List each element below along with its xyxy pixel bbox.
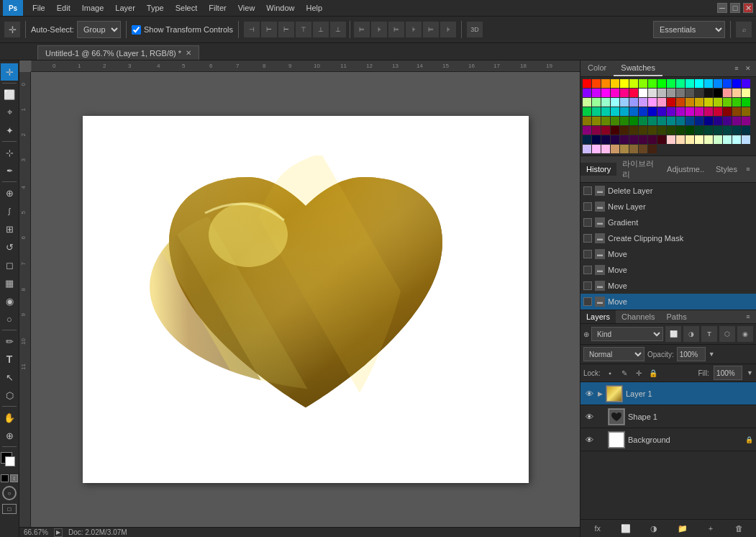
swatch-item[interactable]: [629, 79, 638, 88]
swatch-item[interactable]: [611, 126, 619, 135]
pen-tool[interactable]: ✏: [1, 333, 18, 350]
align-right-btn[interactable]: ⊢: [278, 22, 294, 37]
menu-image[interactable]: Image: [77, 2, 109, 14]
history-options-btn[interactable]: ≡: [743, 164, 753, 174]
swatch-item[interactable]: [686, 117, 694, 125]
swatch-item[interactable]: [648, 98, 657, 107]
swatch-item[interactable]: [695, 135, 703, 144]
swatch-item[interactable]: [648, 117, 657, 125]
crop-tool[interactable]: ⊹: [1, 144, 18, 161]
swatch-item[interactable]: [639, 117, 647, 125]
3d-icon-btn[interactable]: 3D: [467, 22, 483, 37]
swatch-item[interactable]: [704, 107, 713, 116]
menu-select[interactable]: Select: [170, 2, 203, 14]
history-item[interactable]: ▬ Move: [580, 278, 756, 294]
swatch-item[interactable]: [742, 89, 750, 97]
swatch-item[interactable]: [732, 135, 741, 144]
brush-tool[interactable]: ∫: [1, 202, 18, 220]
swatch-item[interactable]: [583, 89, 591, 97]
layer-item[interactable]: 👁 Shape 1: [580, 405, 756, 428]
path-select-tool[interactable]: ↖: [1, 369, 18, 386]
menu-window[interactable]: Window: [261, 2, 299, 14]
search-btn[interactable]: ⌕: [736, 22, 752, 37]
swatch-item[interactable]: [620, 89, 629, 97]
swatch-item[interactable]: [629, 117, 638, 125]
move-tool[interactable]: ✛: [1, 63, 18, 81]
swatch-item[interactable]: [657, 126, 666, 135]
swatch-item[interactable]: [686, 135, 694, 144]
history-item[interactable]: ▬ Create Clipping Mask: [580, 230, 756, 246]
swatch-item[interactable]: [601, 107, 610, 116]
swatch-item[interactable]: [648, 89, 657, 97]
swatch-item[interactable]: [629, 89, 638, 97]
swatch-item[interactable]: [629, 135, 638, 144]
swatch-item[interactable]: [686, 126, 694, 135]
swatch-item[interactable]: [667, 126, 675, 135]
tab-library[interactable]: 라이브러리: [616, 156, 661, 182]
lasso-tool[interactable]: ⌖: [1, 104, 18, 121]
swatch-item[interactable]: [592, 107, 601, 116]
swatch-item[interactable]: [732, 117, 741, 125]
swatch-item[interactable]: [601, 79, 610, 88]
swatch-item[interactable]: [592, 145, 601, 153]
swatch-item[interactable]: [657, 98, 666, 107]
swatch-item[interactable]: [611, 98, 619, 107]
layer-filter-adjust[interactable]: ◑: [683, 326, 699, 342]
swatch-item[interactable]: [583, 79, 591, 88]
workspace-dropdown[interactable]: Essentials: [653, 21, 725, 38]
swatch-item[interactable]: [695, 98, 703, 107]
swatch-item[interactable]: [592, 135, 601, 144]
swatch-item[interactable]: [620, 135, 629, 144]
layer-filter-type[interactable]: T: [701, 326, 717, 342]
swatch-item[interactable]: [732, 98, 741, 107]
tab-layers[interactable]: Layers: [580, 310, 616, 323]
auto-select-dropdown[interactable]: Group: [77, 21, 121, 38]
gradient-tool[interactable]: ▦: [1, 274, 18, 292]
swatch-item[interactable]: [742, 98, 750, 107]
history-item[interactable]: ▬ Delete Layer: [580, 183, 756, 199]
swatch-item[interactable]: [667, 98, 675, 107]
swatch-item[interactable]: [714, 98, 722, 107]
swatch-item[interactable]: [714, 79, 722, 88]
dist-v-btn[interactable]: ⊧: [371, 22, 387, 37]
swatch-item[interactable]: [657, 89, 666, 97]
delete-layer-btn[interactable]: 🗑: [731, 522, 747, 535]
tab-color[interactable]: Color: [580, 60, 614, 76]
swatch-item[interactable]: [686, 89, 694, 97]
swatch-item[interactable]: [592, 126, 601, 135]
swatch-item[interactable]: [620, 79, 629, 88]
tab-close-btn[interactable]: ✕: [186, 49, 191, 57]
lock-all-btn[interactable]: 🔒: [648, 368, 658, 378]
opacity-input[interactable]: [677, 347, 706, 361]
swatch-item[interactable]: [732, 126, 741, 135]
swatch-item[interactable]: [686, 79, 694, 88]
layer-visibility-btn[interactable]: 👁: [583, 388, 595, 400]
swatch-item[interactable]: [620, 126, 629, 135]
dodge-tool[interactable]: ○: [1, 310, 18, 328]
rect-select-tool[interactable]: ⬜: [1, 86, 18, 103]
swatch-item[interactable]: [704, 135, 713, 144]
fill-arrow[interactable]: ▼: [747, 369, 753, 376]
maximize-btn[interactable]: □: [730, 3, 740, 13]
lock-position-btn[interactable]: ✛: [634, 368, 644, 378]
swatch-item[interactable]: [601, 117, 610, 125]
swatch-item[interactable]: [695, 107, 703, 116]
swatch-item[interactable]: [583, 117, 591, 125]
quick-mask-btn[interactable]: ○: [2, 486, 17, 500]
swatch-item[interactable]: [611, 89, 619, 97]
dist-h2-btn[interactable]: ⊨: [388, 22, 404, 37]
swatch-item[interactable]: [629, 145, 638, 153]
swatch-item[interactable]: [583, 98, 591, 107]
swatch-item[interactable]: [686, 98, 694, 107]
zoom-indicator-btn[interactable]: ▶: [54, 528, 63, 537]
swatch-item[interactable]: [714, 126, 722, 135]
swatch-item[interactable]: [676, 89, 685, 97]
swatch-item[interactable]: [639, 79, 647, 88]
adjustment-btn[interactable]: ◑: [646, 522, 662, 535]
align-center-btn[interactable]: ⊢: [261, 22, 277, 37]
swatch-item[interactable]: [714, 89, 722, 97]
swatch-item[interactable]: [639, 135, 647, 144]
swatch-item[interactable]: [648, 107, 657, 116]
swatch-item[interactable]: [714, 117, 722, 125]
spot-heal-tool[interactable]: ⊕: [1, 184, 18, 202]
